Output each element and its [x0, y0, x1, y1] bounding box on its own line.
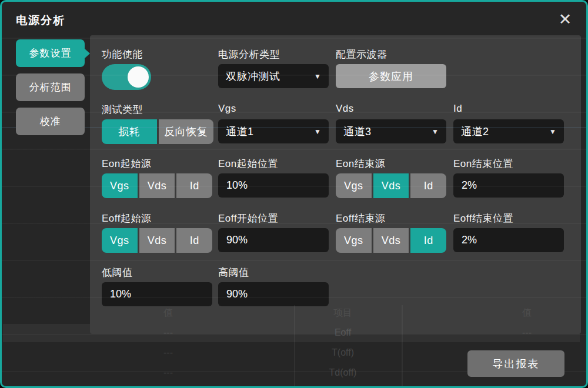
function-enable-label: 功能使能 [102, 48, 212, 59]
eon-end-source-vgs[interactable]: Vgs [336, 173, 372, 198]
test-type-segmented: 损耗 反向恢复 [102, 119, 213, 144]
analysis-type-label: 电源分析类型 [218, 48, 329, 59]
apply-parameters-button[interactable]: 参数应用 [336, 64, 446, 88]
vds-channel-dropdown[interactable]: 通道3 ▼ [336, 119, 446, 143]
eoff-start-source-vds[interactable]: Vds [138, 228, 175, 253]
bg-table-cell: T(off) [302, 347, 384, 358]
high-threshold-label: 高阈值 [218, 266, 329, 277]
eon-start-source-label: Eon起始源 [102, 157, 212, 169]
vds-label: Vds [336, 103, 446, 115]
sidebar-item-label: 校准 [40, 115, 61, 128]
eoff-end-source-vds[interactable]: Vds [372, 228, 409, 253]
eoff-end-source-label: Eoff结束源 [336, 212, 446, 223]
id-channel-dropdown[interactable]: 通道2 ▼ [453, 119, 564, 143]
chevron-down-icon: ▼ [314, 128, 321, 136]
eoff-start-source-label: Eoff起始源 [102, 212, 212, 223]
eon-start-position-input[interactable]: 10% [218, 173, 329, 198]
sidebar-item-parameter-settings[interactable]: 参数设置 [16, 39, 85, 67]
high-threshold-input[interactable]: 90% [218, 282, 329, 306]
vgs-channel-dropdown[interactable]: 通道1 ▼ [218, 119, 329, 143]
vgs-label: Vgs [218, 103, 329, 115]
sidebar-item-label: 参数设置 [29, 46, 72, 60]
bg-table-cell-partial: T(total) [302, 385, 384, 388]
parameter-settings-panel: 功能使能 电源分析类型 双脉冲测试 ▼ 配置示波器 参数应用 测试类型 损耗 反… [90, 35, 581, 334]
sidebar-item-label: 分析范围 [29, 81, 72, 94]
eoff-start-source-id[interactable]: Id [175, 228, 212, 253]
eon-end-source-id[interactable]: Id [409, 173, 446, 198]
eoff-end-source-segmented: Vgs Vds Id [336, 228, 446, 253]
eoff-start-source-vgs[interactable]: Vgs [102, 228, 138, 253]
dialog-title: 电源分析 [16, 13, 65, 28]
eon-start-source-segmented: Vgs Vds Id [102, 173, 212, 198]
chevron-down-icon: ▼ [314, 72, 321, 81]
config-scope-label: 配置示波器 [336, 48, 446, 59]
eoff-start-position-label: Eoff开始位置 [218, 212, 329, 223]
function-enable-toggle[interactable] [102, 64, 151, 90]
bg-table-cell: --- [127, 347, 209, 358]
bg-table-cell: --- [127, 367, 209, 378]
eon-end-position-input[interactable]: 2% [453, 173, 564, 198]
power-analysis-dialog: 值 项目 值 --- Eoff --- --- T(off) --- Td(of… [0, 0, 588, 388]
eon-start-source-id[interactable]: Id [175, 173, 212, 198]
dropdown-value: 双脉冲测试 [226, 69, 280, 83]
dropdown-value: 通道1 [226, 125, 254, 139]
sidebar-item-analysis-range[interactable]: 分析范围 [16, 73, 85, 101]
chevron-down-icon: ▼ [432, 128, 439, 136]
eoff-end-source-vgs[interactable]: Vgs [336, 228, 372, 253]
analysis-type-dropdown[interactable]: 双脉冲测试 ▼ [218, 64, 329, 88]
eon-end-source-vds[interactable]: Vds [372, 173, 409, 198]
eoff-end-source-id[interactable]: Id [409, 228, 446, 253]
chevron-down-icon: ▼ [549, 128, 556, 136]
dropdown-value: 通道2 [461, 125, 489, 139]
sidebar-item-calibration[interactable]: 校准 [16, 108, 85, 135]
test-type-option-reverse-recovery[interactable]: 反向恢复 [157, 119, 214, 144]
eoff-end-position-label: Eoff结束位置 [453, 212, 564, 223]
eoff-start-position-input[interactable]: 90% [218, 228, 329, 252]
eoff-start-source-segmented: Vgs Vds Id [102, 228, 212, 253]
export-report-button[interactable]: 导出报表 [467, 350, 564, 377]
test-type-option-loss[interactable]: 损耗 [102, 119, 157, 144]
eon-start-position-label: Eon起始位置 [218, 157, 329, 169]
eon-end-source-segmented: Vgs Vds Id [336, 173, 446, 198]
bg-table-cell: Td(off) [302, 367, 384, 378]
id-label: Id [453, 103, 564, 115]
close-icon[interactable]: ✕ [554, 9, 576, 30]
eoff-end-position-input[interactable]: 2% [453, 228, 564, 252]
dropdown-value: 通道3 [343, 125, 372, 139]
toggle-knob [128, 66, 149, 88]
low-threshold-label: 低阈值 [102, 266, 212, 277]
eon-start-source-vgs[interactable]: Vgs [102, 173, 138, 198]
test-type-label: 测试类型 [102, 103, 212, 115]
low-threshold-input[interactable]: 10% [102, 282, 212, 306]
eon-end-source-label: Eon结束源 [336, 157, 446, 169]
eon-start-source-vds[interactable]: Vds [138, 173, 175, 198]
eon-end-position-label: Eon结束位置 [453, 157, 564, 169]
